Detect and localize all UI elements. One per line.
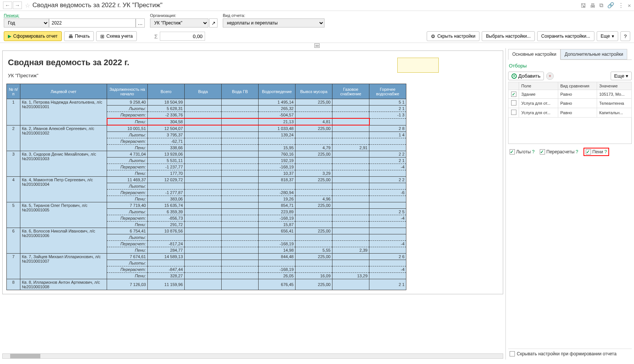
plus-icon: +: [511, 73, 517, 79]
tab-main-settings[interactable]: Основные настройки: [508, 49, 560, 60]
choose-settings-button[interactable]: Выбрать настройки...: [482, 31, 534, 41]
report-selection-box: [397, 58, 439, 73]
play-icon: ▶: [8, 34, 11, 39]
help-button[interactable]: ?: [620, 31, 630, 41]
table-row[interactable]: 5 Кв. 5, Тиранов Олег Петрович, л/с №201…: [7, 202, 406, 209]
filter-cmp-header: Вид сравнения: [558, 82, 597, 90]
tab-extra-settings[interactable]: Дополнительные настройки: [560, 49, 627, 60]
settings-tabs: Основные настройки Дополнительные настро…: [508, 49, 632, 60]
hide-on-form-checkbox[interactable]: [510, 351, 515, 356]
sigma-input[interactable]: [160, 32, 205, 41]
gear-icon: ⚙: [431, 34, 435, 39]
filter-table: Поле Вид сравнения Значение ЗданиеРавно1…: [508, 82, 632, 118]
action-toolbar: ▶Сформировать отчет 🖶Печать ⊞Схема учета…: [0, 30, 634, 43]
filter-field-header: Поле: [519, 82, 558, 90]
checkbox-icon: [586, 149, 591, 154]
menu-icon[interactable]: ⋮: [618, 2, 624, 9]
filter-val-header: Значение: [597, 82, 631, 90]
save-icon[interactable]: 🖫: [580, 2, 586, 9]
page-title: Сводная ведомость за 2022 г. УК "Престиж…: [32, 2, 580, 9]
report-pane[interactable]: Сводная ведомость за 2022 г. УК "Престиж…: [0, 48, 506, 359]
close-icon[interactable]: ×: [628, 2, 631, 9]
report-table: № п/п Лицевой счет Задолженность на нача…: [6, 84, 406, 290]
form-report-button[interactable]: ▶Сформировать отчет: [4, 31, 62, 41]
col-gas-header: Газовое снабжение: [332, 84, 369, 99]
splitter: ▭: [0, 43, 634, 48]
favorite-star-icon[interactable]: ☆: [25, 2, 30, 9]
scheme-button[interactable]: ⊞Схема учета: [96, 31, 137, 41]
nav-forward-button[interactable]: →: [13, 2, 22, 9]
horizontal-scrollbar[interactable]: [2, 353, 503, 359]
col-sewer-header: Водоотведение: [259, 84, 296, 99]
checkbox-icon: [540, 149, 545, 154]
period-clear-button[interactable]: …: [136, 18, 145, 28]
sigma-icon: Σ: [154, 33, 158, 40]
filter-check-header: [508, 82, 519, 90]
col-account-header: Лицевой счет: [20, 84, 107, 99]
nav-back-button[interactable]: ←: [3, 2, 12, 9]
period-label: Период:: [4, 13, 145, 18]
print-button[interactable]: 🖶Печать: [64, 31, 94, 41]
table-row[interactable]: 3 Кв. 3, Сидоров Денис Михайлович, л/с №…: [7, 151, 406, 158]
col-water-hot-header: Вода ГВ: [222, 84, 259, 99]
hide-on-form-label: Скрывать настройки при формировании отче…: [517, 351, 617, 356]
printer-icon: 🖶: [68, 34, 73, 39]
check-peni[interactable]: Пени ?: [586, 149, 607, 154]
period-type-select[interactable]: Год: [4, 18, 49, 28]
form-row: Период: Год … Организация: УК "Престиж" …: [0, 11, 634, 30]
filter-empty-area[interactable]: [508, 118, 632, 144]
period-value-input[interactable]: [49, 18, 136, 28]
settings-pane: Основные настройки Дополнительные настро…: [506, 48, 634, 359]
checkbox-icon: [510, 149, 515, 154]
col-total-header: Всего: [148, 84, 185, 99]
table-row[interactable]: 6 Кв. 6, Волосов Николай Иванович, л/с №…: [7, 228, 406, 234]
top-bar: ← → ☆ Сводная ведомость за 2022 г. УК "П…: [0, 0, 634, 11]
check-recalc[interactable]: Перерасчеты ?: [540, 149, 578, 154]
save-settings-button[interactable]: Сохранить настройки...: [537, 31, 594, 41]
table-row[interactable]: 2 Кв. 2, Иванов Алексей Сергеевич, л/с №…: [7, 125, 406, 132]
filters-title: Отборы: [508, 60, 632, 70]
filter-row[interactable]: ЗданиеРавно105173, Мо...: [508, 90, 632, 99]
org-open-button[interactable]: ↗: [209, 18, 217, 28]
filter-checkbox[interactable]: [511, 110, 516, 115]
more-button[interactable]: Еще ▾: [597, 31, 618, 41]
report-subtitle: УК "Престиж": [3, 71, 503, 84]
delete-filter-button[interactable]: ×: [546, 72, 554, 80]
bottom-check-row: Скрывать настройки при формировании отче…: [508, 349, 632, 359]
filter-toolbar: +Добавить × Еще ▾: [508, 70, 632, 82]
col-num-header: № п/п: [7, 84, 20, 99]
link-icon[interactable]: 🔗: [607, 2, 614, 9]
filter-row[interactable]: Услуга для от...РавноТелеантенна: [508, 99, 632, 108]
filter-checkbox[interactable]: [511, 92, 516, 97]
add-filter-button[interactable]: +Добавить: [508, 72, 544, 80]
hide-settings-button[interactable]: ⚙Скрыть настройки: [427, 31, 479, 41]
table-row[interactable]: 1 Кв. 1, Петрова Надежда Анатольевна, л/…: [7, 99, 406, 106]
table-row[interactable]: 4 Кв. 4, Мамонтов Петр Сергеевич, л/с №2…: [7, 177, 406, 183]
table-row[interactable]: 7 Кв. 7, Зайцев Михаил Илларионович, л/с…: [7, 254, 406, 260]
filter-checkbox[interactable]: [511, 100, 516, 106]
col-debt-header: Задолженность на начало: [107, 84, 148, 99]
filters-more-button[interactable]: Еще ▾: [611, 72, 632, 80]
col-water-header: Вода: [185, 84, 222, 99]
col-hot-header: Горячее водоснабже: [369, 84, 406, 99]
splitter-handle[interactable]: ▭: [314, 43, 320, 48]
tree-icon: ⊞: [100, 34, 104, 39]
copy-icon[interactable]: ⧉: [599, 2, 603, 9]
report-type-select[interactable]: недоплаты и переплаты: [223, 18, 325, 28]
filter-row[interactable]: Услуга для от...РавноКапитальн...: [508, 108, 632, 118]
table-row[interactable]: 8 Кв. 8, Илларионов Антон Артемович, л/с…: [7, 279, 406, 290]
col-garbage-header: Вывоз мусора: [296, 84, 332, 99]
report-type-label: Вид отчета:: [223, 13, 325, 18]
main-area: Сводная ведомость за 2022 г. УК "Престиж…: [0, 48, 634, 359]
print-icon[interactable]: 🖶: [590, 2, 596, 9]
check-lgoty[interactable]: Льготы ?: [510, 149, 534, 154]
peni-highlight-box: Пени ?: [583, 148, 609, 156]
inline-checks: Льготы ? Перерасчеты ? Пени ?: [508, 144, 632, 160]
window-actions: 🖫 🖶 ⧉ 🔗 ⋮ ×: [580, 2, 631, 9]
org-label: Организация:: [150, 13, 217, 18]
org-select[interactable]: УК "Престиж": [150, 18, 208, 28]
